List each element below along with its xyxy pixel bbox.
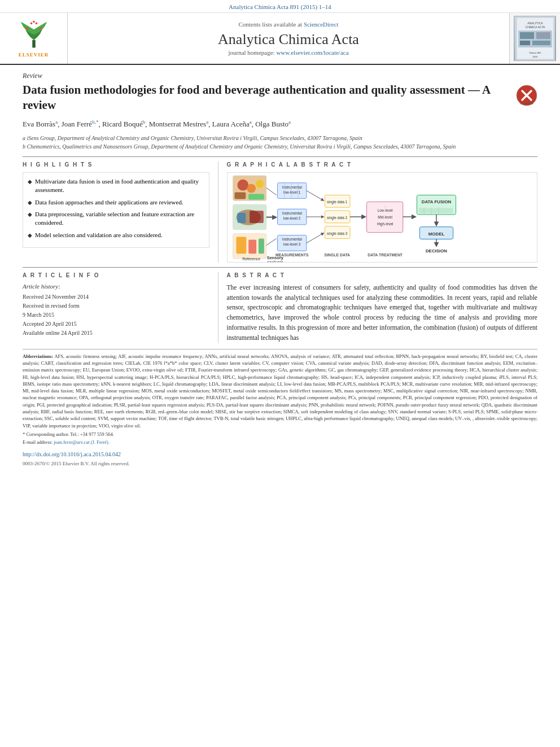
svg-rect-12: [536, 32, 550, 39]
svg-text:Volume 891: Volume 891: [529, 51, 541, 54]
article-title-row: Data fusion methodologies for food and b…: [23, 82, 537, 113]
svg-text:Low-level: Low-level: [377, 208, 392, 212]
article-info-abstract-section: A R T I C L E I N F O Article history: R…: [23, 272, 537, 343]
bullet-icon-1: ◆: [28, 178, 32, 186]
homepage-url[interactable]: www.elsevier.com/locate/aca: [276, 49, 348, 56]
corresponding-author: * Corresponding author. Tel.: +34 977 55…: [23, 431, 537, 437]
svg-rect-23: [234, 192, 246, 199]
svg-line-36: [266, 187, 276, 195]
highlights-column: H I G H L I G H T S ◆ Multivariate data …: [23, 161, 218, 263]
svg-text:2015: 2015: [532, 55, 538, 58]
journal-cover-image: ANALYTICA CHIMICA ACTA Volume 891 2015: [509, 13, 560, 64]
svg-point-5: [33, 21, 35, 23]
svg-point-20: [237, 180, 248, 191]
svg-text:Instrumental: Instrumental: [282, 237, 301, 241]
svg-text:↓: ↓: [384, 204, 386, 208]
graphical-abstract-column: G R A P H I C A L A B S T R A C T: [218, 161, 537, 263]
svg-rect-0: [32, 40, 36, 48]
svg-point-2: [39, 27, 42, 30]
divider-1: [23, 156, 537, 157]
svg-text:single data 3: single data 3: [327, 231, 348, 235]
author-sup-a2: a: [206, 119, 208, 125]
journal-name: Analytica Chimica Acta: [218, 31, 359, 48]
svg-point-21: [247, 184, 256, 193]
svg-text:single data 1: single data 1: [327, 200, 348, 204]
email-line: E-mail address: joan.ferre@urv.cat (J. F…: [23, 439, 537, 445]
highlights-box: ◆ Multivariate data fusion is used in fo…: [23, 172, 209, 248]
received-revised-label: Received in revised form: [23, 302, 209, 310]
abbreviations-text: Abbreviations: AFS, acoustic firmness se…: [23, 353, 537, 429]
author-sup-a4: a: [288, 119, 291, 125]
elsevier-tree-icon: [14, 19, 54, 50]
accepted-date: Accepted 20 April 2015: [23, 320, 209, 328]
crossmark-badge-icon[interactable]: CrossMark: [516, 85, 537, 106]
bottom-links-area: http://dx.doi.org/10.1016/j.aca.2015.04.…: [0, 445, 560, 470]
received-date: Received 24 November 2014: [23, 293, 209, 301]
footnotes-area: Abbreviations: AFS, acoustic firmness se…: [23, 349, 537, 445]
highlight-item-1: ◆ Multivariate data fusion is used in fo…: [28, 177, 204, 195]
article-info-column: A R T I C L E I N F O Article history: R…: [23, 272, 218, 343]
svg-text:CHIMICA ACTA: CHIMICA ACTA: [525, 25, 545, 29]
svg-rect-27: [237, 213, 246, 223]
highlight-item-2: ◆ Data fusion approaches and their appli…: [28, 198, 204, 207]
svg-text:SINGLE DATA: SINGLE DATA: [324, 253, 350, 257]
svg-text:low-level 3: low-level 3: [283, 242, 301, 246]
journal-center: Contents lists available at ScienceDirec…: [68, 13, 509, 64]
abstract-text: The ever increasing interest of consumer…: [227, 283, 537, 343]
svg-rect-11: [520, 32, 534, 39]
abstract-column: A B S T R A C T The ever increasing inte…: [218, 272, 537, 343]
email-value: joan.ferre@urv.cat (J. Ferré).: [54, 439, 110, 445]
bullet-icon-2: ◆: [28, 199, 32, 207]
affiliations: a iSens Group, Department of Analytical …: [23, 134, 537, 151]
svg-text:single data 2: single data 2: [327, 216, 348, 220]
abbreviations-content: AFS, acoustic firmness sensing; AIF, aco…: [23, 353, 537, 429]
svg-point-1: [25, 27, 28, 30]
svg-text:MEASUREMENTS: MEASUREMENTS: [275, 253, 308, 257]
abbreviations-label: Abbreviations:: [23, 353, 53, 359]
copyright-line: 0003-2670/© 2015 Elsevier B.V. All right…: [23, 461, 537, 466]
article-content: Review Data fusion methodologies for foo…: [0, 65, 560, 343]
author-sup-b2: b: [143, 119, 146, 125]
svg-text:Instrumental: Instrumental: [282, 185, 301, 189]
svg-text:Instrumental: Instrumental: [282, 211, 301, 215]
email-label: E-mail address:: [23, 439, 53, 445]
svg-text:analysis: analysis: [266, 260, 283, 262]
article-title: Data fusion methodologies for food and b…: [23, 82, 510, 113]
bullet-icon-4: ◆: [28, 231, 32, 239]
highlights-heading: H I G H L I G H T S: [23, 161, 209, 168]
author-sup-a3: a: [250, 119, 252, 125]
svg-text:DATA FUSION: DATA FUSION: [421, 199, 451, 204]
svg-text:DATA TREATMENT: DATA TREATMENT: [368, 253, 403, 257]
contents-available-line: Contents lists available at ScienceDirec…: [238, 21, 338, 28]
doi-link[interactable]: http://dx.doi.org/10.1016/j.aca.2015.04.…: [23, 451, 121, 457]
science-direct-link[interactable]: ScienceDirect: [304, 21, 339, 28]
graphical-abstract-diagram: Sensory analysis Instrumental low-level …: [228, 173, 537, 262]
journal-thumbnail: ANALYTICA CHIMICA ACTA Volume 891 2015: [514, 16, 556, 61]
svg-text:CrossMark: CrossMark: [520, 102, 534, 105]
article-info-heading: A R T I C L E I N F O: [23, 272, 209, 278]
abstract-heading: A B S T R A C T: [227, 272, 537, 278]
highlight-item-3: ◆ Data preprocessing, variable selection…: [28, 210, 204, 228]
svg-point-3: [30, 23, 32, 25]
authors-line: Eva Borràsa, Joan Ferréb,*, Ricard Boqué…: [23, 118, 537, 130]
author-sup-b: b,*: [92, 119, 98, 125]
highlight-item-4: ◆ Model selection and validation are als…: [28, 231, 204, 239]
svg-text:MODEL: MODEL: [428, 231, 444, 236]
highlight-text-2: Data fusion approaches and their applica…: [35, 198, 183, 207]
elsevier-logo-area: ELSEVIER: [0, 13, 68, 64]
available-date: Available online 24 April 2015: [23, 329, 209, 337]
svg-text:Reference: Reference: [242, 257, 260, 261]
svg-rect-28: [250, 211, 264, 223]
highlight-text-1: Multivariate data fusion is used in food…: [35, 177, 204, 195]
journal-homepage: journal homepage: www.elsevier.com/locat…: [228, 49, 348, 56]
contents-label: Contents lists available at: [238, 21, 302, 28]
svg-rect-32: [259, 238, 264, 254]
divider-2: [23, 267, 537, 268]
svg-text:ANALYTICA: ANALYTICA: [527, 21, 543, 25]
svg-text:low-level 2: low-level 2: [283, 216, 301, 220]
svg-line-38: [266, 238, 276, 245]
svg-rect-24: [248, 194, 264, 199]
svg-rect-13: [520, 41, 530, 45]
journal-top-bar: Analytica Chimica Acta 891 (2015) 1–14: [0, 0, 560, 13]
received-revised-date: 9 March 2015: [23, 311, 209, 319]
